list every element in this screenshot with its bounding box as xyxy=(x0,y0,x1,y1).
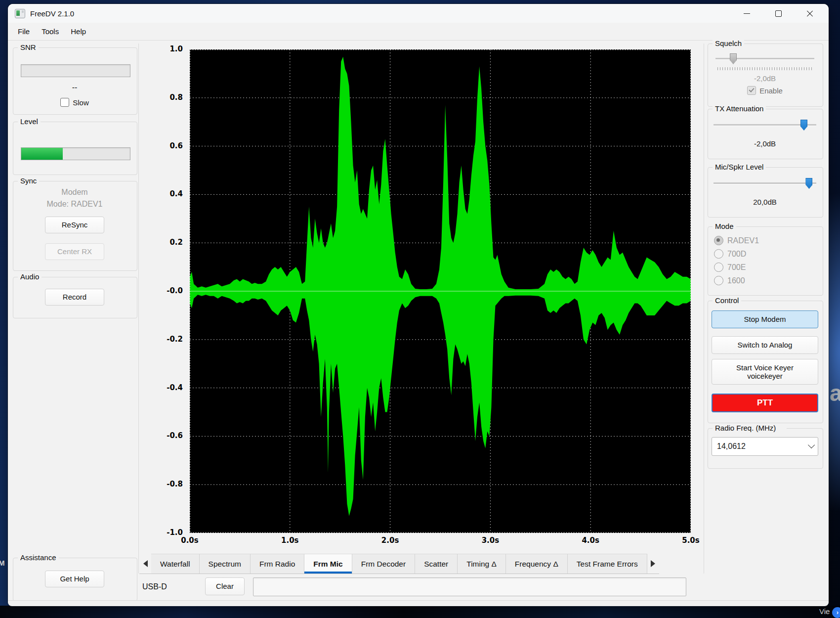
mode-options: RADEV1700D700E1600 xyxy=(714,236,759,289)
tab-test-frame-errors[interactable]: Test Frame Errors xyxy=(568,554,647,574)
menu-help[interactable]: Help xyxy=(65,25,92,38)
mic-spkr-value: 20,0dB xyxy=(708,198,822,206)
slow-checkbox-row[interactable]: Slow xyxy=(13,98,136,107)
mode-option-radev1[interactable]: RADEV1 xyxy=(714,236,759,245)
squelch-enable-row[interactable]: Enable xyxy=(708,86,822,95)
mode-option-label: 700D xyxy=(727,250,746,259)
y-tick-label: -0.8 xyxy=(154,480,183,488)
radio-icon[interactable] xyxy=(714,276,723,285)
tab-frm-radio[interactable]: Frm Radio xyxy=(251,554,304,574)
x-tick-label: 0.0s xyxy=(172,536,207,545)
x-tick-label: 4.0s xyxy=(573,536,608,545)
desktop-taskbar-strip xyxy=(0,606,840,618)
squelch-slider-ticks xyxy=(717,67,812,70)
squelch-slider[interactable] xyxy=(715,53,814,64)
mic-spkr-group-label: Mic/Spkr Level xyxy=(713,163,766,171)
control-group-label: Control xyxy=(713,296,741,305)
mic-spkr-slider-track[interactable] xyxy=(714,182,816,184)
chevron-down-icon xyxy=(808,441,815,448)
get-help-button[interactable]: Get Help xyxy=(45,571,104,587)
radio-icon[interactable] xyxy=(714,249,723,259)
tx-attenuation-slider-thumb[interactable] xyxy=(800,120,807,131)
tab-frm-decoder[interactable]: Frm Decoder xyxy=(352,554,415,574)
screen: a M Vie › FreeDV 2.1.0 FileToolsHelp SNR… xyxy=(0,0,840,618)
mode-option-700e[interactable]: 700E xyxy=(714,263,759,272)
tx-attenuation-group: TX Attenuation xyxy=(708,109,823,159)
tab-frm-mic[interactable]: Frm Mic xyxy=(304,554,352,574)
mode-option-1600[interactable]: 1600 xyxy=(714,276,759,285)
tx-attenuation-value: -2,0dB xyxy=(708,139,822,148)
switch-to-analog-button[interactable]: Switch to Analog xyxy=(712,336,818,354)
mode-option-label: 700E xyxy=(727,263,746,272)
waveform-shape xyxy=(190,57,691,516)
tab-scroll-right[interactable] xyxy=(647,554,659,574)
waveform-plot xyxy=(190,49,691,533)
tx-attenuation-group-label: TX Attenuation xyxy=(713,104,766,113)
tab-frequency-[interactable]: Frequency Δ xyxy=(506,554,568,574)
mic-spkr-slider-thumb[interactable] xyxy=(805,178,812,189)
tab-scatter[interactable]: Scatter xyxy=(415,554,458,574)
window-title: FreeDV 2.1.0 xyxy=(30,9,74,18)
tab-timing-[interactable]: Timing Δ xyxy=(458,554,506,574)
audio-group-label: Audio xyxy=(18,272,42,281)
mic-spkr-slider[interactable] xyxy=(714,178,816,189)
tab-strip: WaterfallSpectrumFrm RadioFrm MicFrm Dec… xyxy=(151,554,647,574)
y-tick-label: -0.6 xyxy=(154,431,183,440)
waveform-svg xyxy=(190,49,691,533)
y-tick-label: -0.4 xyxy=(154,383,183,392)
center-rx-button[interactable]: Center RX xyxy=(45,243,104,260)
mode-option-label: 1600 xyxy=(727,276,745,285)
y-tick-label: 0.2 xyxy=(154,238,183,247)
desktop-arrow-icon: › xyxy=(832,607,840,618)
snr-value: -- xyxy=(13,83,136,92)
level-gauge xyxy=(21,147,130,160)
y-tick-label: 1.0 xyxy=(154,44,183,53)
ptt-button[interactable]: PTT xyxy=(712,394,818,412)
y-tick-label: 0.4 xyxy=(154,189,183,198)
close-button[interactable] xyxy=(794,4,826,23)
y-tick-label: -0.2 xyxy=(154,335,183,344)
radio-icon[interactable] xyxy=(714,236,723,245)
x-axis-labels: 0.0s1.0s2.0s3.0s4.0s5.0s xyxy=(190,536,691,548)
radio-icon[interactable] xyxy=(714,263,723,272)
mode-group: Mode RADEV1700D700E1600 xyxy=(708,226,823,296)
tab-spectrum[interactable]: Spectrum xyxy=(200,554,251,574)
sync-group-label: Sync xyxy=(18,177,39,185)
maximize-button[interactable] xyxy=(762,4,794,23)
snr-gauge xyxy=(21,64,130,77)
tx-attenuation-slider[interactable] xyxy=(714,120,816,131)
tab-waterfall[interactable]: Waterfall xyxy=(151,554,200,574)
voice-keyer-button[interactable]: Start Voice Keyer voicekeyer xyxy=(712,359,818,385)
resync-button[interactable]: ReSync xyxy=(45,217,104,233)
level-gauge-fill xyxy=(21,148,63,160)
minimize-button[interactable] xyxy=(731,4,762,23)
mic-spkr-group: Mic/Spkr Level xyxy=(708,167,823,218)
assistance-group-label: Assistance xyxy=(18,553,59,562)
record-button[interactable]: Record xyxy=(45,289,104,306)
voice-keyer-line2: voicekeyer xyxy=(747,372,783,380)
menu-bar: FileToolsHelp xyxy=(8,23,829,41)
sync-modem-text: Modem xyxy=(13,188,136,197)
menu-tools[interactable]: Tools xyxy=(36,25,65,38)
mode-option-label: RADEV1 xyxy=(727,236,759,245)
status-text-field[interactable] xyxy=(253,577,686,596)
y-axis-labels: 1.00.80.60.40.2-0.0-0.2-0.4-0.6-0.8-1.0 xyxy=(154,49,186,533)
squelch-value: -2,0dB xyxy=(708,74,822,83)
stop-modem-button[interactable]: Stop Modem xyxy=(712,310,818,328)
desktop-text-fragment: Vie xyxy=(819,607,830,616)
title-bar[interactable]: FreeDV 2.1.0 xyxy=(8,4,829,23)
mode-option-700d[interactable]: 700D xyxy=(714,249,759,259)
squelch-slider-thumb[interactable] xyxy=(730,53,737,64)
x-tick-label: 1.0s xyxy=(273,536,307,545)
level-group-label: Level xyxy=(18,117,41,126)
slow-checkbox[interactable] xyxy=(60,98,69,107)
clear-button[interactable]: Clear xyxy=(205,577,245,595)
squelch-enable-checkbox[interactable] xyxy=(747,86,756,95)
y-tick-label: -0.0 xyxy=(154,286,183,295)
tab-scroll-left[interactable] xyxy=(139,554,151,574)
radio-freq-group-label: Radio Freq. (MHz) xyxy=(713,424,787,432)
radio-freq-combobox[interactable]: 14,0612 xyxy=(712,437,818,456)
voice-keyer-line1: Start Voice Keyer xyxy=(736,363,794,372)
radio-freq-value: 14,0612 xyxy=(717,442,746,451)
menu-file[interactable]: File xyxy=(12,25,36,38)
